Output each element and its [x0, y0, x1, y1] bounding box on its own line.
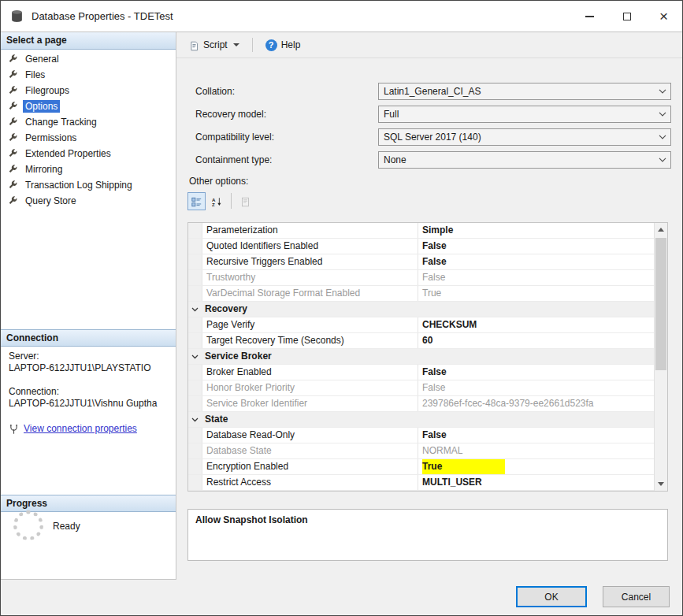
property-name: Service Broker Identifier: [202, 396, 418, 411]
property-value[interactable]: True: [418, 459, 654, 474]
value-text: NORMAL: [422, 445, 462, 456]
property-value[interactable]: NORMAL: [418, 443, 654, 458]
view-connection-properties-link[interactable]: View connection properties: [9, 423, 137, 434]
containment-type-dropdown[interactable]: None: [378, 151, 671, 169]
grid-row-target-recovery-time-seconds[interactable]: Target Recovery Time (Seconds)60: [188, 333, 654, 349]
property-value[interactable]: 60: [418, 333, 654, 348]
compatibility-level-dropdown[interactable]: SQL Server 2017 (140): [378, 128, 671, 146]
sidebar-item-query-store[interactable]: Query Store: [1, 193, 176, 209]
row-margin: [188, 380, 202, 395]
dropdown-value: SQL Server 2017 (140): [384, 132, 655, 143]
grid-row-broker-enabled[interactable]: Broker EnabledFalse: [188, 365, 654, 380]
scroll-up-button[interactable]: [655, 223, 667, 236]
grid-row-parameterization[interactable]: ParameterizationSimple: [188, 223, 654, 239]
category-label: Recovery: [202, 302, 247, 317]
property-value[interactable]: 239786ef-fcec-48ca-9379-ee2661d523fa: [418, 396, 654, 411]
grid-row-encryption-enabled[interactable]: Encryption EnabledTrue: [188, 459, 654, 475]
help-button[interactable]: ? Help: [262, 37, 304, 54]
grid-category-recovery[interactable]: Recovery: [188, 302, 654, 317]
close-button[interactable]: ×: [645, 1, 682, 32]
grid-row-recursive-triggers-enabled[interactable]: Recursive Triggers EnabledFalse: [188, 254, 654, 270]
property-value[interactable]: True: [418, 286, 654, 301]
property-pages-button[interactable]: [236, 192, 254, 210]
collapse-chevron-icon[interactable]: [188, 302, 202, 317]
row-margin: [188, 317, 202, 332]
property-name: VarDecimal Storage Format Enabled: [202, 286, 418, 301]
toolbar: Script ? Help: [176, 32, 682, 58]
grid-row-restrict-access[interactable]: Restrict AccessMULTI_USER: [188, 475, 654, 491]
sidebar-item-options[interactable]: Options: [1, 98, 176, 114]
collapse-chevron-icon[interactable]: [188, 412, 202, 427]
chevron-down-icon: [655, 83, 670, 99]
alphabetical-sort-button[interactable]: AZ: [208, 192, 226, 210]
property-name: Encryption Enabled: [202, 459, 418, 474]
sidebar-item-label: General: [23, 53, 61, 65]
property-value[interactable]: False: [418, 239, 654, 254]
maximize-button[interactable]: [608, 1, 645, 32]
property-name: Honor Broker Priority: [202, 380, 418, 395]
scroll-down-button[interactable]: [655, 477, 667, 491]
property-name: Trustworthy: [202, 270, 418, 285]
grid-row-service-broker-identifier[interactable]: Service Broker Identifier239786ef-fcec-4…: [188, 396, 654, 412]
value-text: 60: [422, 335, 432, 346]
grid-row-honor-broker-priority[interactable]: Honor Broker PriorityFalse: [188, 380, 654, 396]
grid-category-state[interactable]: State: [188, 412, 654, 428]
help-label: Help: [281, 39, 301, 50]
grid-toolbar-separator: [231, 193, 232, 209]
wrench-icon: [8, 196, 18, 206]
property-name: Quoted Identifiers Enabled: [202, 239, 418, 254]
property-value[interactable]: False: [418, 270, 654, 285]
wrench-icon: [8, 180, 18, 191]
wrench-icon: [8, 165, 18, 175]
dropdown-value: None: [384, 154, 655, 165]
grid-row-database-state[interactable]: Database StateNORMAL: [188, 443, 654, 459]
wrench-icon: [8, 70, 18, 80]
minimize-button[interactable]: [571, 1, 608, 32]
property-value[interactable]: Simple: [418, 223, 654, 238]
property-value[interactable]: False: [418, 428, 654, 443]
sidebar-item-label: Options: [23, 100, 60, 113]
property-value[interactable]: False: [418, 365, 654, 380]
sidebar-item-files[interactable]: Files: [1, 67, 176, 83]
ok-button[interactable]: OK: [516, 586, 587, 607]
row-margin: [188, 286, 202, 301]
sidebar-item-label: Extended Properties: [23, 147, 113, 160]
sidebar-item-general[interactable]: General: [1, 51, 176, 67]
grid-row-quoted-identifiers-enabled[interactable]: Quoted Identifiers EnabledFalse: [188, 239, 654, 254]
script-button[interactable]: Script: [186, 37, 243, 53]
collapse-chevron-icon[interactable]: [188, 349, 202, 364]
grid-row-trustworthy[interactable]: TrustworthyFalse: [188, 270, 654, 286]
sidebar-item-permissions[interactable]: Permissions: [1, 130, 176, 146]
recovery-model-dropdown[interactable]: Full: [378, 106, 671, 123]
connection-label: Connection:: [9, 386, 174, 397]
sidebar-item-change-tracking[interactable]: Change Tracking: [1, 114, 176, 130]
property-value[interactable]: MULTI_USER: [418, 475, 654, 490]
row-margin: [188, 443, 202, 458]
property-value[interactable]: False: [418, 254, 654, 269]
categorized-button[interactable]: [187, 192, 206, 210]
value-text: False: [422, 256, 447, 267]
row-margin: [188, 270, 202, 285]
property-value[interactable]: CHECKSUM: [418, 317, 654, 332]
value-text: Simple: [422, 225, 453, 236]
sidebar-item-transaction-log-shipping[interactable]: Transaction Log Shipping: [1, 177, 176, 193]
scrollbar-thumb[interactable]: [655, 238, 666, 370]
cancel-button[interactable]: Cancel: [603, 586, 670, 607]
select-a-page-header: Select a page: [1, 32, 176, 50]
vertical-scrollbar[interactable]: [654, 223, 667, 491]
property-value[interactable]: False: [418, 380, 654, 395]
grid-category-service-broker[interactable]: Service Broker: [188, 349, 654, 365]
grid-row-database-read-only[interactable]: Database Read-OnlyFalse: [188, 428, 654, 443]
dropdown-value: Full: [384, 109, 655, 120]
row-margin: [188, 428, 202, 443]
sidebar-item-mirroring[interactable]: Mirroring: [1, 161, 176, 177]
sidebar-item-extended-properties[interactable]: Extended Properties: [1, 146, 176, 161]
main-panel: Script ? Help Collation:Latin1_General_C…: [176, 32, 682, 580]
dropdown-value: Latin1_General_CI_AS: [384, 86, 655, 97]
grid-row-page-verify[interactable]: Page VerifyCHECKSUM: [188, 317, 654, 333]
sidebar-item-filegroups[interactable]: Filegroups: [1, 83, 176, 98]
sidebar-item-label: Transaction Log Shipping: [23, 179, 135, 191]
grid-row-vardecimal-storage-format-enabled[interactable]: VarDecimal Storage Format EnabledTrue: [188, 286, 654, 302]
collation-dropdown[interactable]: Latin1_General_CI_AS: [378, 83, 671, 100]
chevron-down-icon: [655, 129, 670, 145]
